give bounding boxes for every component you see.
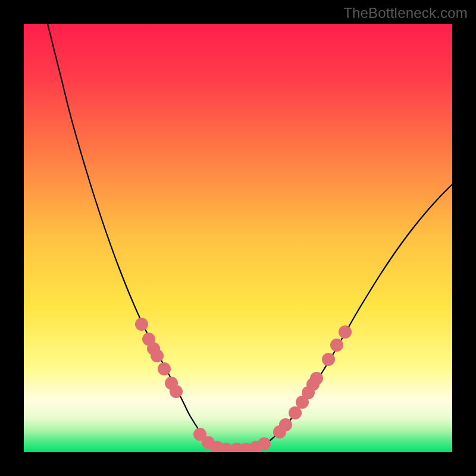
data-dot [322,353,335,366]
data-dot [339,325,352,339]
curve-overlay [24,24,452,452]
data-dot [330,339,343,352]
data-dot [158,362,171,375]
watermark-text: TheBottleneck.com [343,5,468,21]
plot-area [24,24,452,452]
data-dot [170,385,183,398]
bottleneck-curve [48,24,452,450]
data-dot [310,372,323,385]
data-dot [289,406,302,419]
chart-frame: TheBottleneck.com [0,0,476,476]
data-dots [135,318,352,452]
data-dot [258,437,271,450]
data-dot [135,318,148,331]
data-dot [151,349,164,362]
data-dot [279,418,292,431]
